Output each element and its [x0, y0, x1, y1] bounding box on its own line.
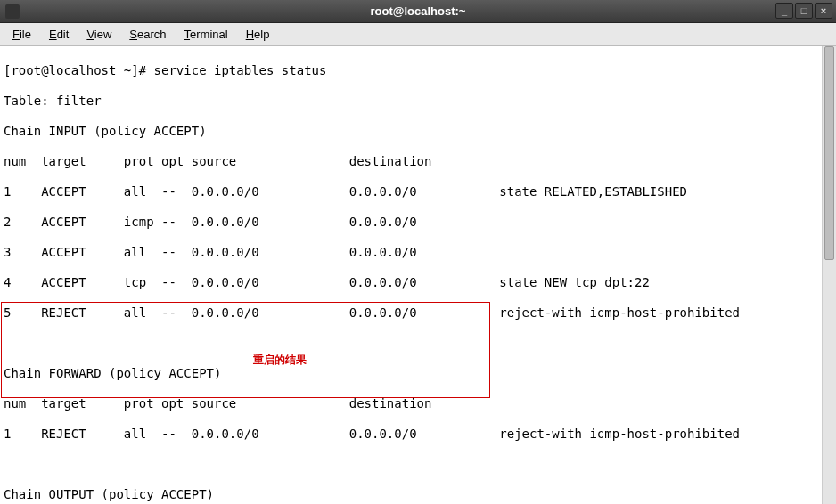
scrollbar-thumb[interactable] [824, 46, 834, 260]
table-row: 2 ACCEPT icmp -- 0.0.0.0/0 0.0.0.0/0 [4, 215, 818, 230]
menubar: File Edit View Search Terminal Help [0, 23, 836, 46]
output-line: Chain INPUT (policy ACCEPT) [4, 124, 818, 139]
terminal-app-icon [5, 4, 20, 19]
menu-file[interactable]: File [5, 26, 38, 43]
menu-help[interactable]: Help [239, 26, 277, 43]
terminal-output[interactable]: [root@localhost ~]# service iptables sta… [0, 46, 822, 504]
output-line: Chain FORWARD (policy ACCEPT) [4, 366, 818, 381]
vertical-scrollbar[interactable] [822, 46, 836, 504]
menu-edit[interactable]: Edit [42, 26, 76, 43]
table-row: 1 ACCEPT all -- 0.0.0.0/0 0.0.0.0/0 stat… [4, 184, 818, 199]
titlebar: root@localhost:~ _ □ × [0, 0, 836, 23]
output-line: Table: filter [4, 93, 818, 109]
menu-search[interactable]: Search [122, 26, 173, 43]
output-line: num target prot opt source destination [4, 154, 818, 169]
output-line [4, 457, 818, 472]
output-line: Chain OUTPUT (policy ACCEPT) [4, 487, 818, 502]
table-row: 1 REJECT all -- 0.0.0.0/0 0.0.0.0/0 reje… [4, 427, 818, 442]
output-line [4, 336, 818, 351]
minimize-button[interactable]: _ [775, 3, 793, 19]
table-row: 3 ACCEPT all -- 0.0.0.0/0 0.0.0.0/0 [4, 245, 818, 260]
table-row: 5 REJECT all -- 0.0.0.0/0 0.0.0.0/0 reje… [4, 305, 818, 321]
output-line: num target prot opt source destination [4, 396, 818, 411]
window-title: root@localhost:~ [371, 4, 466, 18]
window-controls: _ □ × [775, 3, 832, 19]
menu-view[interactable]: View [79, 26, 119, 43]
annotation-label: 重启的结果 [253, 353, 307, 368]
table-row: 4 ACCEPT tcp -- 0.0.0.0/0 0.0.0.0/0 stat… [4, 275, 818, 290]
close-button[interactable]: × [815, 3, 832, 19]
terminal-container: [root@localhost ~]# service iptables sta… [0, 46, 836, 504]
prompt-line: [root@localhost ~]# service iptables sta… [4, 63, 818, 78]
maximize-button[interactable]: □ [795, 3, 813, 19]
menu-terminal[interactable]: Terminal [177, 26, 235, 43]
